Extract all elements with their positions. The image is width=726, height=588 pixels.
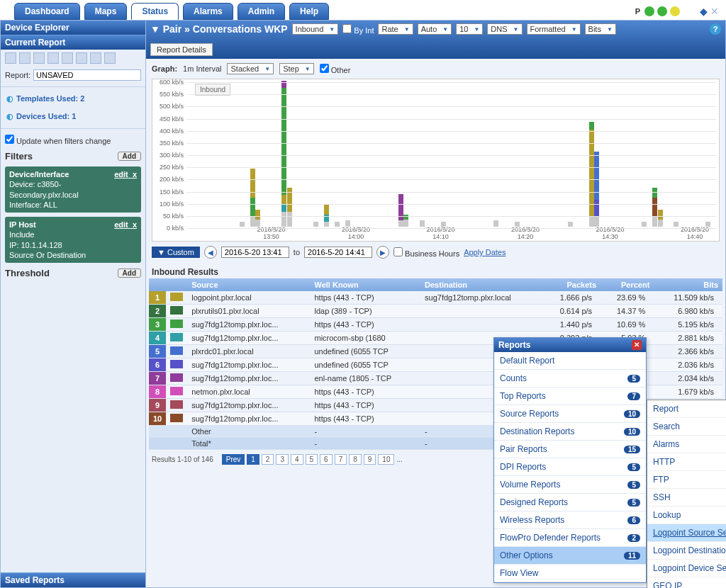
help-icon[interactable]: ? (710, 23, 721, 35)
tool-icon-5[interactable] (62, 52, 73, 64)
page-6[interactable]: 6 (320, 454, 333, 465)
page-9[interactable]: 9 (364, 454, 376, 465)
page-7[interactable]: 7 (335, 454, 347, 465)
nav-tab-help[interactable]: Help (289, 3, 329, 20)
sub-http[interactable]: HTTP (647, 453, 726, 471)
ctx-dpi-reports[interactable]: DPI Reports5 (494, 458, 646, 476)
threshold-add-button[interactable]: Add (118, 268, 141, 278)
saved-reports-header[interactable]: Saved Reports (1, 572, 145, 587)
page-title[interactable]: ▼ Pair » Conversations WKP (150, 23, 288, 35)
nav-tab-maps[interactable]: Maps (84, 3, 128, 20)
col-well known[interactable]: Well Known (310, 278, 420, 291)
page-8[interactable]: 8 (349, 454, 362, 465)
col-bits[interactable]: Bits (654, 278, 722, 291)
tool-icon-4[interactable] (48, 52, 59, 64)
dd-stacked[interactable]: Stacked (227, 63, 274, 74)
close-icon[interactable]: ✕ (632, 340, 642, 350)
ctx-source-reports[interactable]: Source Reports10 (494, 405, 646, 423)
current-report-header[interactable]: Current Report (1, 35, 145, 50)
tool-icon-8[interactable] (104, 52, 116, 64)
update-filters-checkbox[interactable]: Update when filters change (5, 137, 111, 145)
info-icon[interactable]: ◆ (700, 6, 708, 17)
ctx-destination-reports[interactable]: Destination Reports10 (494, 423, 646, 441)
page-2[interactable]: 2 (262, 454, 274, 465)
filter-edit[interactable]: edit x (114, 169, 137, 179)
sub-lookup[interactable]: Lookup (647, 507, 726, 524)
top-right-status: P ◆ ✕ (635, 6, 719, 17)
dd-dns[interactable]: DNS (487, 23, 522, 35)
devices-used[interactable]: ◐Devices Used: 1 (1, 108, 145, 125)
status-dot-1[interactable] (644, 6, 654, 16)
tool-icon-3[interactable] (33, 52, 45, 64)
sub-logpoint-destination-search[interactable]: Logpoint Destination Search (647, 542, 726, 560)
dd-rate[interactable]: Rate (378, 23, 413, 35)
tool-icon[interactable]: ✕ (710, 6, 719, 17)
nav-tab-status[interactable]: Status (131, 3, 179, 20)
apply-dates-link[interactable]: Apply Dates (464, 248, 506, 256)
byint-checkbox[interactable]: By Int (342, 24, 374, 35)
time-next-icon[interactable]: ▶ (376, 246, 389, 259)
col-percent[interactable]: Percent (601, 278, 654, 291)
filter-edit[interactable]: edit x (114, 220, 137, 230)
filters-add-button[interactable]: Add (118, 152, 141, 161)
page-3[interactable]: 3 (276, 454, 289, 465)
table-row[interactable]: 3sug7fdg12tomp.plxr.loc...https (443 - T… (149, 318, 722, 332)
status-dot-2[interactable] (657, 6, 667, 16)
nav-tab-admin[interactable]: Admin (238, 3, 285, 20)
page-4[interactable]: 4 (291, 454, 303, 465)
dd-formatted[interactable]: Formatted (527, 23, 581, 35)
tool-icon-6[interactable] (76, 52, 87, 64)
tool-icon-1[interactable] (5, 52, 16, 64)
chart[interactable]: Inbound 0 kb/s50 kb/s100 kb/s150 kb/s200… (152, 79, 720, 242)
dd-bits[interactable]: Bits (585, 23, 616, 35)
templates-used[interactable]: ◐Templates Used: 2 (1, 90, 145, 108)
dd-count[interactable]: 10 (456, 23, 483, 35)
business-hours-checkbox[interactable]: Business Hours (393, 247, 459, 258)
col-destination[interactable]: Destination (420, 278, 542, 291)
ctx-flow-view[interactable]: Flow View (494, 565, 646, 582)
ctx-top-reports[interactable]: Top Reports7 (494, 388, 646, 405)
col-packets[interactable]: Packets (542, 278, 601, 291)
status-dot-3[interactable] (670, 6, 680, 16)
tool-icon-7[interactable] (90, 52, 101, 64)
sub-ssh[interactable]: SSH (647, 489, 726, 507)
sub-ftp[interactable]: FTP (647, 471, 726, 489)
ctx-other-options[interactable]: Other Options11 (494, 547, 646, 565)
time-from-input[interactable] (221, 247, 289, 258)
ctx-volume-reports[interactable]: Volume Reports5 (494, 476, 646, 494)
dd-auto[interactable]: Auto (418, 23, 452, 35)
ctx-wireless-reports[interactable]: Wireless Reports6 (494, 511, 646, 529)
sub-report[interactable]: Report (647, 400, 726, 418)
col-source[interactable]: Source (187, 278, 310, 291)
report-details-button[interactable]: Report Details (150, 43, 213, 56)
nav-tab-alarms[interactable]: Alarms (183, 3, 233, 20)
table-row[interactable]: 1logpoint.plxr.localhttps (443 - TCP)sug… (149, 291, 722, 305)
page-prev[interactable]: Prev (222, 454, 245, 465)
time-prev-icon[interactable]: ◀ (204, 246, 217, 259)
sub-geo-ip[interactable]: GEO IP (647, 577, 726, 588)
nav-tab-dashboard[interactable]: Dashboard (14, 3, 80, 20)
sub-search[interactable]: Search (647, 418, 726, 436)
tool-icon-2[interactable] (19, 52, 30, 64)
sub-logpoint-device-search[interactable]: Logpoint Device Search (647, 560, 726, 577)
report-name-input[interactable] (33, 69, 141, 81)
device-explorer-header[interactable]: Device Explorer (1, 21, 145, 35)
ctx-default-report[interactable]: Default Report (494, 352, 646, 370)
ctx-designed-reports[interactable]: Designed Reports5 (494, 494, 646, 511)
ctx-flowpro-defender-reports[interactable]: FlowPro Defender Reports2 (494, 529, 646, 547)
dd-inbound[interactable]: Inbound (292, 23, 339, 35)
ctx-pair-reports[interactable]: Pair Reports15 (494, 441, 646, 458)
sub-alarms[interactable]: Alarms (647, 436, 726, 453)
custom-range-button[interactable]: ▼ Custom (152, 247, 200, 258)
table-row[interactable]: 2plxrutils01.plxr.localldap (389 - TCP)0… (149, 305, 722, 318)
time-to-input[interactable] (304, 247, 372, 258)
page-1[interactable]: 1 (247, 454, 259, 465)
filter-ip-host[interactable]: IP Hostedit x Include IP: 10.1.14.128 So… (5, 217, 141, 263)
ctx-counts[interactable]: Counts5 (494, 370, 646, 388)
page-10[interactable]: 10 (378, 454, 394, 465)
dd-step[interactable]: Step (279, 63, 314, 74)
other-checkbox[interactable]: Other (320, 64, 351, 74)
sub-logpoint-source-search[interactable]: Logpoint Source Search (647, 524, 726, 542)
filter-device-interface[interactable]: Device/Interfaceedit x Device: c3850- Se… (5, 166, 141, 213)
page-5[interactable]: 5 (306, 454, 318, 465)
